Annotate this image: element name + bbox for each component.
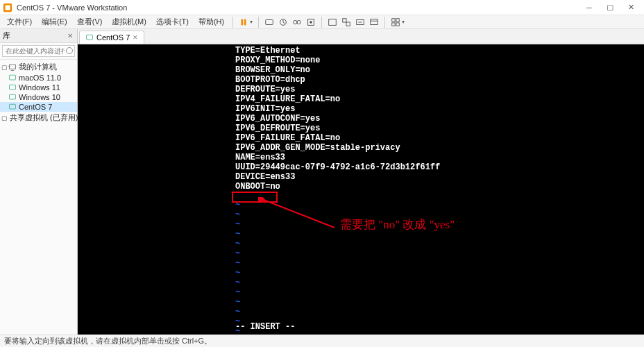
library-sidebar: 库 ✕ ▢⁻ 我的计算机 macOS 11.0 Windows 11 Windo… xyxy=(0,29,78,335)
tree-root-my-computer[interactable]: ▢⁻ 我的计算机 xyxy=(0,61,77,73)
vm-tab-icon xyxy=(85,33,94,42)
svg-rect-2 xyxy=(242,19,244,25)
svg-rect-3 xyxy=(244,19,246,25)
send-ctrl-alt-del-button[interactable] xyxy=(263,16,276,28)
maximize-button[interactable]: ▢ xyxy=(600,0,620,15)
status-bar: 要将输入定向到该虚拟机，请在虚拟机内部单击或按 Ctrl+G。 xyxy=(0,335,644,347)
svg-rect-22 xyxy=(10,94,16,99)
tab-bar: CentOS 7 ✕ xyxy=(78,29,644,44)
minimize-button[interactable]: ─ xyxy=(579,0,600,15)
sidebar-search xyxy=(0,43,77,60)
svg-rect-18 xyxy=(396,22,399,25)
search-input[interactable] xyxy=(2,45,75,57)
sidebar-close-icon[interactable]: ✕ xyxy=(66,32,74,40)
pause-button[interactable] xyxy=(237,16,250,28)
config-line: IPV6_FAILURE_FATAL=no xyxy=(235,133,440,143)
vm-label: Windows 10 xyxy=(19,93,60,101)
vm-label: macOS 11.0 xyxy=(19,74,61,82)
svg-rect-10 xyxy=(329,19,337,25)
vm-icon xyxy=(8,83,17,92)
config-line: IPV4_FAILURE_FATAL=no xyxy=(235,94,440,104)
vi-empty-lines: ~~~~~~~~~~~~~~~~ xyxy=(235,201,240,335)
tree-shared-label: 共享虚拟机 (已弃用) xyxy=(10,112,78,123)
menu-file[interactable]: 文件(F) xyxy=(3,15,36,28)
snapshot-manager-button[interactable] xyxy=(291,16,303,28)
toolbar-separator xyxy=(321,17,322,28)
tab-centos7[interactable]: CentOS 7 ✕ xyxy=(79,31,144,44)
svg-rect-11 xyxy=(343,18,346,22)
config-line: UUID=29449cac-07f9-4792-a1c6-72d3b12f61f… xyxy=(235,162,440,172)
menu-edit[interactable]: 编辑(E) xyxy=(37,15,71,28)
svg-rect-17 xyxy=(392,22,395,25)
content-area: CentOS 7 ✕ TYPE=Ethernet PROXY_METHOD=no… xyxy=(78,29,644,335)
vm-icon xyxy=(8,93,17,101)
stretch-button[interactable] xyxy=(354,16,366,28)
vm-item-macos[interactable]: macOS 11.0 xyxy=(0,73,77,83)
tab-label: CentOS 7 xyxy=(96,33,130,42)
svg-rect-16 xyxy=(396,18,399,21)
config-line: IPV6_AUTOCONF=yes xyxy=(235,114,440,124)
thumbnail-dropdown-icon[interactable]: ▾ xyxy=(402,19,405,25)
annotation-text: 需要把 "no" 改成 "yes" xyxy=(340,220,455,230)
svg-rect-15 xyxy=(392,18,395,21)
svg-rect-1 xyxy=(6,5,10,10)
computer-icon xyxy=(8,63,17,71)
vm-tree: ▢⁻ 我的计算机 macOS 11.0 Windows 11 Windows 1… xyxy=(0,60,77,125)
menu-bar: 文件(F) 编辑(E) 查看(V) 虚拟机(M) 选项卡(T) 帮助(H) ▾ … xyxy=(0,15,644,29)
config-line: PROXY_METHOD=none xyxy=(235,56,440,65)
menu-vm[interactable]: 虚拟机(M) xyxy=(108,15,151,28)
console-view-button[interactable] xyxy=(368,16,380,28)
vm-icon xyxy=(8,103,17,111)
svg-point-6 xyxy=(294,20,297,24)
tab-close-icon[interactable]: ✕ xyxy=(133,34,138,41)
title-bar: CentOS 7 - VMware Workstation ─ ▢ ✕ xyxy=(0,0,644,15)
vm-console[interactable]: TYPE=Ethernet PROXY_METHOD=none BROWSER_… xyxy=(78,44,644,335)
toolbar-separator xyxy=(258,17,259,28)
unity-button[interactable] xyxy=(340,16,353,28)
config-line: IPV6INIT=yes xyxy=(235,104,440,114)
svg-rect-4 xyxy=(266,19,273,24)
tree-shared-vms[interactable]: ▢ 共享虚拟机 (已弃用) xyxy=(0,112,77,124)
svg-rect-23 xyxy=(10,104,16,109)
vm-item-win11[interactable]: Windows 11 xyxy=(0,83,77,92)
config-line: IPV6_ADDR_GEN_MODE=stable-privacy xyxy=(235,143,440,153)
sidebar-header: 库 ✕ xyxy=(0,29,77,43)
svg-line-26 xyxy=(264,200,334,228)
status-text: 要将输入定向到该虚拟机，请在虚拟机内部单击或按 Ctrl+G。 xyxy=(4,336,212,346)
collapse-icon[interactable]: ▢⁻ xyxy=(1,64,8,71)
config-line: NAME=ens33 xyxy=(235,153,440,162)
vm-item-centos7[interactable]: CentOS 7 xyxy=(0,102,77,112)
sidebar-title: 库 xyxy=(3,31,66,41)
menu-view[interactable]: 查看(V) xyxy=(73,15,107,28)
svg-point-9 xyxy=(310,21,312,24)
menu-help[interactable]: 帮助(H) xyxy=(194,15,228,28)
menu-tabs[interactable]: 选项卡(T) xyxy=(152,15,193,28)
vm-label: CentOS 7 xyxy=(19,103,52,111)
close-button[interactable]: ✕ xyxy=(620,0,641,15)
svg-rect-14 xyxy=(371,19,378,24)
revert-snapshot-button[interactable] xyxy=(305,16,317,28)
svg-rect-12 xyxy=(346,22,350,26)
expand-icon[interactable]: ▢ xyxy=(1,115,8,121)
vi-mode-indicator: -- INSERT -- xyxy=(235,322,295,332)
svg-rect-21 xyxy=(10,85,16,90)
config-line: IPV6_DEFROUTE=yes xyxy=(235,124,440,133)
terminal-content: TYPE=Ethernet PROXY_METHOD=none BROWSER_… xyxy=(235,46,440,192)
toolbar-separator xyxy=(232,17,233,28)
vm-icon xyxy=(8,74,17,82)
power-dropdown-icon[interactable]: ▾ xyxy=(250,19,253,25)
snapshot-button[interactable] xyxy=(277,16,289,28)
config-line: ONBOOT=no xyxy=(235,182,440,192)
thumbnail-button[interactable] xyxy=(389,16,402,28)
vm-item-win10[interactable]: Windows 10 xyxy=(0,92,77,102)
toolbar-separator xyxy=(384,17,385,28)
svg-rect-20 xyxy=(10,75,16,80)
tree-root-label: 我的计算机 xyxy=(19,62,57,72)
main-area: 库 ✕ ▢⁻ 我的计算机 macOS 11.0 Windows 11 Windo… xyxy=(0,29,644,335)
svg-rect-19 xyxy=(10,65,16,69)
window-title: CentOS 7 - VMware Workstation xyxy=(17,3,579,12)
vmware-icon xyxy=(3,3,12,12)
config-line: TYPE=Ethernet xyxy=(235,46,440,56)
fullscreen-button[interactable] xyxy=(326,16,339,28)
config-line: DEFROUTE=yes xyxy=(235,85,440,94)
